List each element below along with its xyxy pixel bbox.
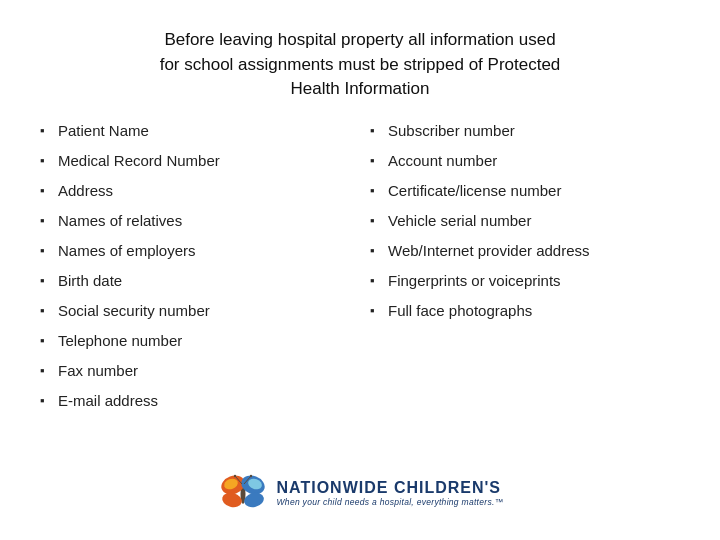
list-item-text: Names of employers (58, 240, 350, 261)
page-title: Before leaving hospital property all inf… (40, 28, 680, 102)
svg-point-10 (249, 474, 251, 476)
bullet-icon: ▪ (40, 182, 58, 200)
list-item-text: Certificate/license number (388, 180, 680, 201)
list-item: ▪ E-mail address (40, 390, 350, 411)
bullet-icon: ▪ (370, 302, 388, 320)
bullet-icon: ▪ (40, 122, 58, 140)
logo-area: NATIONWIDE CHILDREN'S When your child ne… (217, 472, 504, 514)
list-item: ▪ Subscriber number (370, 120, 680, 141)
bullet-icon: ▪ (370, 212, 388, 230)
bullet-icon: ▪ (40, 392, 58, 410)
list-item-text: E-mail address (58, 390, 350, 411)
logo-name: NATIONWIDE CHILDREN'S (277, 479, 502, 497)
list-item: ▪ Patient Name (40, 120, 350, 141)
list-item-text: Fax number (58, 360, 350, 381)
bullet-icon: ▪ (40, 332, 58, 350)
logo-tagline: When your child needs a hospital, everyt… (277, 497, 504, 507)
list-item-text: Birth date (58, 270, 350, 291)
logo-butterfly-icon (217, 472, 269, 514)
bullet-icon: ▪ (40, 212, 58, 230)
list-item: ▪ Birth date (40, 270, 350, 291)
list-item-text: Web/Internet provider address (388, 240, 680, 261)
list-item-text: Social security number (58, 300, 350, 321)
list-item-text: Medical Record Number (58, 150, 350, 171)
list-item: ▪ Telephone number (40, 330, 350, 351)
right-column: ▪ Subscriber number ▪ Account number ▪ C… (360, 120, 680, 455)
bullet-icon: ▪ (40, 272, 58, 290)
list-item: ▪ Names of relatives (40, 210, 350, 231)
bullet-icon: ▪ (370, 122, 388, 140)
left-column: ▪ Patient Name ▪ Medical Record Number ▪… (40, 120, 360, 455)
list-item: ▪ Fingerprints or voiceprints (370, 270, 680, 291)
list-item: ▪ Medical Record Number (40, 150, 350, 171)
list-item: ▪ Web/Internet provider address (370, 240, 680, 261)
list-item-text: Vehicle serial number (388, 210, 680, 231)
svg-point-8 (233, 474, 235, 476)
bullet-icon: ▪ (370, 272, 388, 290)
list-item-text: Fingerprints or voiceprints (388, 270, 680, 291)
list-item: ▪ Names of employers (40, 240, 350, 261)
bullet-icon: ▪ (370, 242, 388, 260)
list-item: ▪ Certificate/license number (370, 180, 680, 201)
list-item: ▪ Social security number (40, 300, 350, 321)
columns: ▪ Patient Name ▪ Medical Record Number ▪… (40, 120, 680, 455)
bullet-icon: ▪ (40, 242, 58, 260)
bullet-icon: ▪ (40, 362, 58, 380)
svg-point-6 (242, 490, 265, 509)
list-item-text: Full face photographs (388, 300, 680, 321)
list-item: ▪ Account number (370, 150, 680, 171)
bullet-icon: ▪ (40, 152, 58, 170)
list-item: ▪ Full face photographs (370, 300, 680, 321)
list-item-text: Telephone number (58, 330, 350, 351)
bullet-icon: ▪ (40, 302, 58, 320)
list-item: ▪ Fax number (40, 360, 350, 381)
svg-point-5 (220, 490, 243, 509)
list-item-text: Address (58, 180, 350, 201)
list-item: ▪ Vehicle serial number (370, 210, 680, 231)
page-container: Before leaving hospital property all inf… (0, 0, 720, 540)
logo-text: NATIONWIDE CHILDREN'S When your child ne… (277, 479, 504, 507)
footer: NATIONWIDE CHILDREN'S When your child ne… (40, 465, 680, 520)
bullet-icon: ▪ (370, 152, 388, 170)
list-item-text: Patient Name (58, 120, 350, 141)
list-item-text: Subscriber number (388, 120, 680, 141)
list-item-text: Account number (388, 150, 680, 171)
list-item-text: Names of relatives (58, 210, 350, 231)
bullet-icon: ▪ (370, 182, 388, 200)
list-item: ▪ Address (40, 180, 350, 201)
